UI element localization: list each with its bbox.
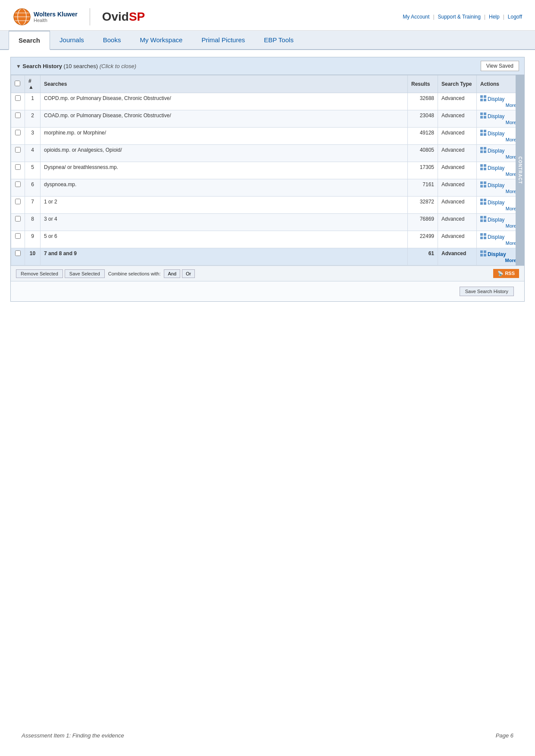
support-training-link[interactable]: Support & Training [438,14,481,20]
row-results: 76869 [408,214,438,231]
row-search-text: 7 and 8 and 9 [41,248,408,266]
display-link-6[interactable]: Display [480,181,504,189]
row-search-type: Advanced [438,197,477,214]
search-history-header[interactable]: ▼ Search History (10 searches) (Click to… [11,57,524,75]
rss-icon: 📡 [497,271,504,276]
rss-button[interactable]: 📡 RSS [493,269,519,278]
svg-rect-34 [480,216,483,219]
svg-rect-13 [484,116,486,119]
display-link-1[interactable]: Display [480,95,504,103]
more-link-2[interactable]: More » [480,120,520,125]
row-checkbox-7[interactable] [15,199,21,204]
display-icon [480,250,486,258]
contract-tab[interactable]: CONTRACT [516,75,524,266]
svg-rect-35 [484,216,486,219]
row-results: 22499 [408,231,438,248]
row-number: 3 [25,128,41,145]
search-table-wrapper: # ▲ Searches Results Search Type [11,75,524,266]
tab-my-workspace[interactable]: My Workspace [130,31,192,49]
help-link[interactable]: Help [489,14,500,20]
display-link-3[interactable]: Display [480,130,504,137]
svg-rect-7 [484,95,486,98]
row-checkbox-8[interactable] [15,216,21,222]
more-link-5[interactable]: More » [480,172,520,177]
row-number: 8 [25,214,41,231]
display-link-10[interactable]: Display [480,250,506,258]
select-all-checkbox[interactable] [15,81,20,86]
or-button[interactable]: Or [182,269,195,278]
display-link-5[interactable]: Display [480,164,504,172]
tab-journals[interactable]: Journals [50,31,94,49]
row-search-type: Advanced [438,179,477,197]
display-link-8[interactable]: Display [480,216,504,223]
sh-count: (10 searches) [64,63,98,69]
row-results: 61 [408,248,438,266]
remove-selected-button[interactable]: Remove Selected [16,269,63,278]
row-checkbox-10[interactable] [15,250,21,256]
combine-label: Combine selections with: [108,271,161,276]
row-checkbox-1[interactable] [15,95,21,101]
display-icon [480,95,486,103]
display-icon [480,216,486,223]
svg-rect-39 [484,233,486,236]
svg-rect-43 [484,250,486,253]
save-selected-button[interactable]: Save Selected [65,269,105,278]
row-number: 7 [25,197,41,214]
svg-rect-32 [480,202,483,205]
svg-rect-30 [480,199,483,201]
more-link-10[interactable]: More » [480,258,520,263]
more-link-4[interactable]: More » [480,154,520,159]
row-checkbox-3[interactable] [15,130,21,135]
tab-search[interactable]: Search [9,31,50,50]
row-search-text: opioids.mp. or Analgesics, Opioid/ [41,145,408,162]
row-search-type: Advanced [438,231,477,248]
row-number: 1 [25,93,41,110]
row-search-text: Dyspnea/ or breathlessness.mp. [41,162,408,179]
more-link-6[interactable]: More » [480,189,520,194]
th-num[interactable]: # ▲ [25,75,41,93]
row-checkbox-4[interactable] [15,147,21,153]
tab-primal-pictures[interactable]: Primal Pictures [192,31,254,49]
and-button[interactable]: And [164,269,180,278]
row-search-text: 1 or 2 [41,197,408,214]
tab-books[interactable]: Books [94,31,131,49]
row-checkbox-2[interactable] [15,112,21,118]
svg-rect-28 [480,185,483,187]
row-checkbox-cell [11,248,25,266]
footer-left: Assessment Item 1: Finding the evidence [22,732,124,739]
more-link-3[interactable]: More » [480,137,520,142]
svg-rect-26 [480,181,483,184]
table-row: 2COAD.mp. or Pulmonary Disease, Chronic … [11,110,524,128]
more-link-8[interactable]: More » [480,223,520,228]
row-checkbox-6[interactable] [15,181,21,187]
display-link-2[interactable]: Display [480,112,504,120]
svg-rect-25 [484,168,486,170]
logoff-link[interactable]: Logoff [508,14,522,20]
row-checkbox-9[interactable] [15,233,21,239]
search-history-panel: ▼ Search History (10 searches) (Click to… [10,57,525,302]
row-checkbox-5[interactable] [15,164,21,170]
display-link-4[interactable]: Display [480,147,504,154]
more-link-9[interactable]: More » [480,241,520,246]
view-saved-button[interactable]: View Saved [481,61,519,71]
table-row: 6dyspnoea.mp.7161Advanced DisplayMore » [11,179,524,197]
save-search-history-button[interactable]: Save Search History [460,287,514,296]
display-link-9[interactable]: Display [480,233,504,241]
footer-right: Page 6 [496,732,513,739]
page-footer: Assessment Item 1: Finding the evidence … [0,732,535,739]
my-account-link[interactable]: My Account [403,14,429,20]
svg-rect-14 [480,130,483,132]
row-number: 5 [25,162,41,179]
more-link-1[interactable]: More » [480,103,520,108]
sh-title-text: Search History [22,63,62,69]
svg-rect-27 [484,181,486,184]
svg-rect-12 [480,116,483,119]
bottom-left-actions: Remove Selected Save Selected Combine se… [16,269,195,278]
row-number: 9 [25,231,41,248]
svg-rect-10 [480,112,483,115]
sh-click-hint: (Click to close) [100,63,136,69]
display-link-7[interactable]: Display [480,199,504,206]
more-link-7[interactable]: More » [480,206,520,211]
tab-ebp-tools[interactable]: EBP Tools [254,31,303,49]
globe-icon [13,8,31,26]
